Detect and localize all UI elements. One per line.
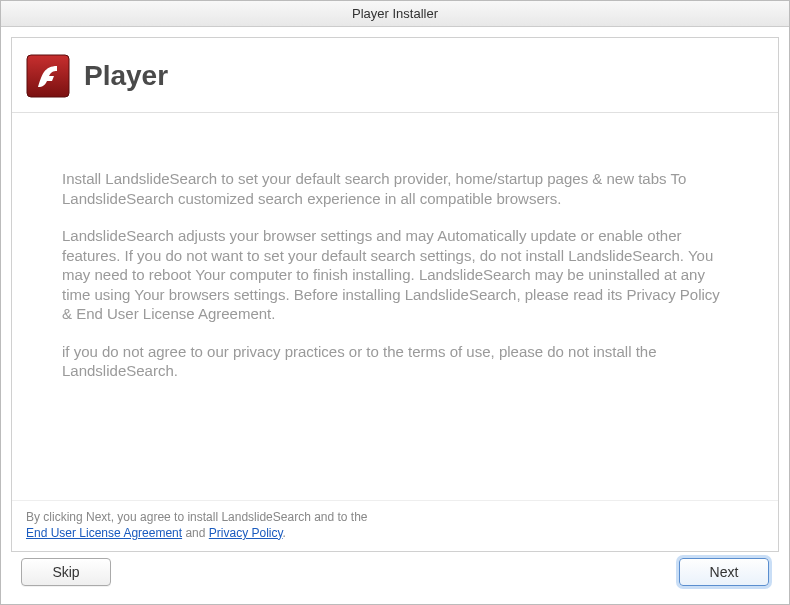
agreement-bar: By clicking Next, you agree to install L… [12,500,778,551]
privacy-policy-link[interactable]: Privacy Policy [209,526,283,540]
titlebar: Player Installer [1,1,789,27]
spacer [12,419,778,500]
install-description-1: Install LandslideSearch to set your defa… [62,169,728,208]
agreement-suffix: . [283,526,286,540]
next-button[interactable]: Next [679,558,769,586]
skip-button[interactable]: Skip [21,558,111,586]
inner-panel: Player Install LandslideSearch to set yo… [11,37,779,552]
agreement-prefix: By clicking Next, you agree to install L… [26,510,368,524]
install-description-2: LandslideSearch adjusts your browser set… [62,226,728,324]
content-area: Player Install LandslideSearch to set yo… [1,27,789,604]
body-text: Install LandslideSearch to set your defa… [12,113,778,419]
eula-link[interactable]: End User License Agreement [26,526,182,540]
header: Player [12,38,778,112]
install-description-3: if you do not agree to our privacy pract… [62,342,728,381]
installer-window: Player Installer [0,0,790,605]
button-bar: Skip Next [11,552,779,594]
app-title: Player [84,60,168,92]
agreement-and: and [182,526,209,540]
flash-player-icon [26,54,70,98]
window-title: Player Installer [352,6,438,21]
